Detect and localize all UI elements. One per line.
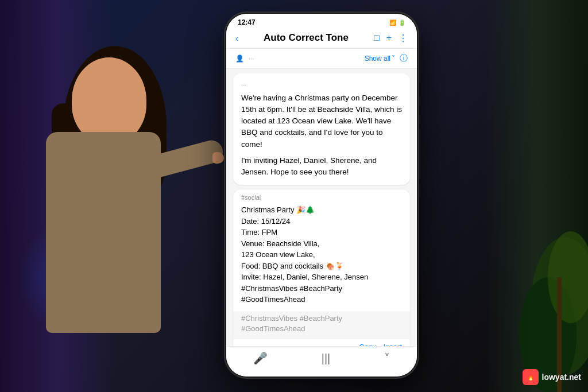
person-finger — [212, 152, 224, 164]
messages-container: ··· We're having a Christmas party on De… — [226, 69, 417, 346]
page-title: Auto Correct Tone — [238, 32, 374, 44]
add-icon[interactable]: + — [386, 33, 392, 43]
person-head — [72, 57, 146, 143]
recipient-info: ··· — [249, 55, 365, 62]
menu-icon[interactable]: ||| — [322, 352, 331, 365]
show-all-button[interactable]: Show all ˅ — [365, 55, 395, 63]
navigation-bar: ‹ Auto Correct Tone □ + ⋮ — [226, 29, 417, 49]
suggestion-actions-social: Copy Insert — [233, 339, 410, 346]
more-icon[interactable]: ⋮ — [399, 33, 408, 44]
recipients-row: 👤 ··· Show all ˅ ⓘ — [226, 49, 417, 69]
chevron-down-icon: ˅ — [392, 55, 395, 63]
suggestion-overlay-social: #ChristmasVibes #BeachParty #GoodTimesAh… — [233, 311, 410, 339]
suggestion-tag-social: #social — [233, 189, 410, 202]
person-silhouette — [17, 0, 235, 392]
info-icon[interactable]: ⓘ — [400, 53, 408, 64]
content-area[interactable]: 👤 ··· Show all ˅ ⓘ ··· We're having a Ch… — [226, 49, 417, 346]
original-message-text: We're having a Christmas party on Decemb… — [241, 92, 402, 150]
phone-screen: 12:47 📶 🔋 ‹ Auto Correct Tone □ + ⋮ — [226, 14, 417, 377]
book-icon[interactable]: □ — [374, 33, 380, 43]
nav-action-icons: □ + ⋮ — [374, 33, 408, 44]
show-all-label: Show all — [365, 55, 390, 63]
status-icons: 📶 🔋 — [389, 20, 405, 26]
status-bar: 12:47 📶 🔋 — [226, 14, 417, 29]
wifi-icon: 📶 — [389, 20, 396, 26]
phone-device: 12:47 📶 🔋 ‹ Auto Correct Tone □ + ⋮ — [224, 11, 419, 379]
suggestion-text-social: Christmas Party 🎉🌲 Date: 15/12/24 Time: … — [233, 202, 410, 311]
battery-icon: 🔋 — [399, 20, 405, 26]
original-label: ··· — [241, 80, 402, 90]
watermark-text: lowyat.net — [542, 372, 581, 382]
bottom-bar: 🎤 ||| ˅ — [226, 346, 417, 377]
status-time: 12:47 — [238, 18, 256, 26]
watermark: 🔥 lowyat.net — [523, 369, 581, 385]
recipient-avatar-icon: 👤 — [235, 55, 244, 63]
original-message-text-2: I'm inviting Hazel, Daniel, Sherene, and… — [241, 155, 402, 178]
suggestion-card-social: #social Christmas Party 🎉🌲 Date: 15/12/2… — [233, 189, 410, 346]
watermark-logo: 🔥 — [523, 369, 539, 385]
original-message-bubble: ··· We're having a Christmas party on De… — [233, 73, 410, 185]
chevron-down-bottom-icon[interactable]: ˅ — [384, 351, 390, 365]
microphone-icon[interactable]: 🎤 — [253, 351, 268, 365]
plant-decoration — [496, 220, 588, 392]
phone-frame: 12:47 📶 🔋 ‹ Auto Correct Tone □ + ⋮ — [224, 11, 419, 379]
